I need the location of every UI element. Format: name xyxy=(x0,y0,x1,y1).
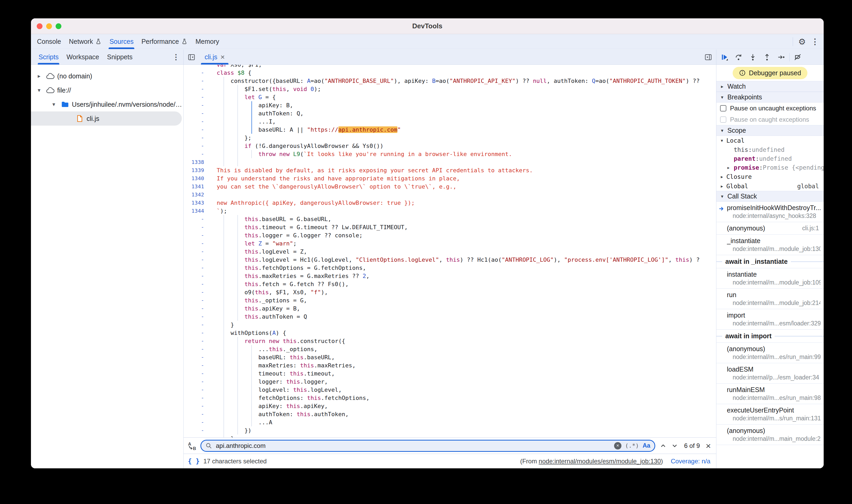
code-line[interactable]: 1341you can set the \`dangerouslyAllowBr… xyxy=(184,182,716,191)
nav-tab-workspace[interactable]: Workspace xyxy=(63,50,103,65)
line-number[interactable]: - xyxy=(184,280,207,288)
tab-sources[interactable]: Sources xyxy=(105,34,138,49)
checkbox[interactable] xyxy=(720,105,726,111)
previous-match-button[interactable] xyxy=(659,442,667,449)
line-number[interactable]: 1341 xyxy=(184,182,207,191)
line-number[interactable]: - xyxy=(184,296,207,304)
regex-toggle[interactable]: (.*) xyxy=(625,443,639,449)
replace-toggle-icon[interactable]: AB xyxy=(187,441,196,450)
nav-tab-scripts[interactable]: Scripts xyxy=(35,50,63,65)
code-line[interactable]: 1343new Anthropic({ apiKey, dangerouslyA… xyxy=(184,199,716,207)
code-line[interactable]: - ...A xyxy=(184,418,716,426)
line-number[interactable]: - xyxy=(184,134,207,142)
code-line[interactable]: - this.fetch = G.fetch ?? Fs0(), xyxy=(184,280,716,288)
code-line[interactable]: - if (!G.dangerouslyAllowBrowser && Ys0(… xyxy=(184,142,716,150)
code-line[interactable]: -class $8 { xyxy=(184,69,716,77)
line-number[interactable]: - xyxy=(184,329,207,337)
breakpoint-option[interactable]: Pause on caught exceptions xyxy=(716,114,824,125)
coverage-link[interactable]: Coverage: n/a xyxy=(671,457,710,465)
code-line[interactable]: - logger: this.logger, xyxy=(184,378,716,386)
line-number[interactable]: - xyxy=(184,304,207,312)
line-number[interactable]: 1344 xyxy=(184,207,207,215)
line-number[interactable]: - xyxy=(184,288,207,296)
line-number[interactable]: 1339 xyxy=(184,166,207,174)
breakpoint-option[interactable]: Pause on uncaught exceptions xyxy=(716,103,824,114)
line-number[interactable]: - xyxy=(184,126,207,134)
code-line[interactable]: - } xyxy=(184,321,716,329)
line-number[interactable]: 1342 xyxy=(184,191,207,199)
line-number[interactable]: - xyxy=(184,77,207,85)
scope-group-global[interactable]: ▸Globalglobal xyxy=(716,181,824,191)
code-line[interactable]: - fetchOptions: this.fetchOptions, xyxy=(184,394,716,402)
line-number[interactable]: - xyxy=(184,264,207,272)
code-line[interactable]: - this.logLevel = Z, xyxy=(184,248,716,256)
code-line[interactable]: - this.timeout = G.timeout ?? Lw.DEFAULT… xyxy=(184,223,716,231)
call-stack-frame[interactable]: (anonymous)cli.js:1 xyxy=(716,222,824,235)
line-number[interactable]: - xyxy=(184,426,207,434)
code-line[interactable]: - ...this._options, xyxy=(184,345,716,353)
code-line[interactable]: - this.baseURL = G.baseURL, xyxy=(184,215,716,223)
navigator-more-icon[interactable]: ⋮ xyxy=(172,54,180,61)
code-line[interactable]: - this.fetchOptions = G.fetchOptions, xyxy=(184,264,716,272)
chevron-down-icon[interactable]: ▾ xyxy=(49,101,58,108)
step-over-button[interactable] xyxy=(732,50,746,65)
section-scope[interactable]: ▾ Scope xyxy=(716,125,824,136)
line-number[interactable]: - xyxy=(184,312,207,321)
section-call-stack[interactable]: ▾ Call Stack xyxy=(716,191,824,202)
code-line[interactable]: - }) xyxy=(184,426,716,434)
line-number[interactable]: - xyxy=(184,142,207,150)
next-match-button[interactable] xyxy=(671,442,678,449)
tab-network[interactable]: Network xyxy=(65,34,106,49)
section-breakpoints[interactable]: ▾ Breakpoints xyxy=(716,92,824,103)
code-line[interactable]: - $F1.set(this, void 0); xyxy=(184,85,716,93)
call-stack-frame[interactable]: (anonymous)node:internal/m...es/run_main… xyxy=(716,343,824,363)
close-tab-icon[interactable]: × xyxy=(220,54,225,61)
line-number[interactable]: - xyxy=(184,370,207,378)
code-line[interactable]: - ...I, xyxy=(184,118,716,126)
code-line[interactable]: - throw new L9(`It looks like you're run… xyxy=(184,150,716,158)
code-line[interactable]: - apiKey: this.apiKey, xyxy=(184,402,716,410)
tree-item-no-domain[interactable]: ▸(no domain) xyxy=(31,69,183,83)
line-number[interactable]: - xyxy=(184,223,207,231)
code-line[interactable]: - return new this.constructor({ xyxy=(184,337,716,345)
code-line[interactable]: - baseURL: this.baseURL, xyxy=(184,353,716,361)
line-number[interactable]: - xyxy=(184,378,207,386)
call-stack-frame[interactable]: executeUserEntryPointnode:internal/m...s… xyxy=(716,404,824,425)
line-number[interactable]: - xyxy=(184,272,207,280)
line-number[interactable]: - xyxy=(184,321,207,329)
code-line[interactable]: - constructor({baseURL: A=ao("ANTHROPIC_… xyxy=(184,77,716,85)
code-line[interactable]: - let Z = "warn"; xyxy=(184,239,716,248)
code-line[interactable]: - this.logLevel = Hc1(G.logLevel, "Clien… xyxy=(184,256,716,264)
line-number[interactable]: - xyxy=(184,239,207,248)
triangle-right-icon[interactable]: ▸ xyxy=(727,165,729,170)
resume-script-button[interactable] xyxy=(717,50,732,65)
tab-memory[interactable]: Memory xyxy=(192,34,223,49)
line-number[interactable]: 1338 xyxy=(184,158,207,166)
call-stack-frame[interactable]: promiseInitHookWithDestroyTr...node:inte… xyxy=(716,202,824,222)
code-line[interactable]: - withOptions(A) { xyxy=(184,329,716,337)
line-number[interactable]: - xyxy=(184,215,207,223)
close-window-button[interactable] xyxy=(37,23,42,29)
settings-icon[interactable]: ⚙ xyxy=(798,37,806,46)
call-stack-frame[interactable]: runnode:internal/m...module_job:214 xyxy=(716,289,824,309)
line-number[interactable]: - xyxy=(184,93,207,101)
file-tab-cli-js[interactable]: cli.js × xyxy=(199,50,230,65)
call-stack-frame[interactable]: runMainESMnode:internal/m...es/run_main:… xyxy=(716,384,824,404)
tree-item-file[interactable]: ▾file:// xyxy=(31,83,183,97)
line-number[interactable]: - xyxy=(184,256,207,264)
line-number[interactable]: - xyxy=(184,353,207,361)
code-line[interactable]: 1344`); xyxy=(184,207,716,215)
code-line[interactable]: 1338 xyxy=(184,158,716,166)
scope-group-local[interactable]: ▾Local xyxy=(716,136,824,145)
code-line[interactable]: 1339This is disabled by default, as it r… xyxy=(184,166,716,174)
code-line[interactable]: - } xyxy=(184,434,716,437)
call-stack-frame[interactable]: instantiatenode:internal/m...module_job:… xyxy=(716,268,824,289)
tree-item-cli-js[interactable]: cli.js xyxy=(31,111,182,126)
hide-navigator-icon[interactable] xyxy=(184,50,199,65)
line-number[interactable]: - xyxy=(184,109,207,118)
line-number[interactable]: - xyxy=(184,150,207,158)
close-search-icon[interactable]: × xyxy=(706,441,711,450)
clear-search-icon[interactable]: × xyxy=(614,442,621,449)
code-line[interactable]: - this.logger = G.logger ?? console; xyxy=(184,231,716,239)
line-number[interactable]: 1340 xyxy=(184,174,207,182)
